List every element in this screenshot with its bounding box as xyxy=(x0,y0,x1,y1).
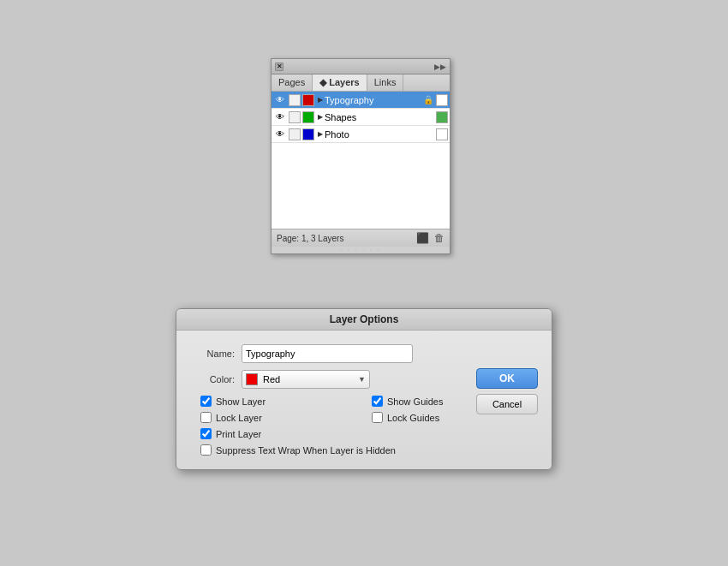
layer-lock-box[interactable] xyxy=(289,111,301,123)
layer-locked-icon xyxy=(422,128,434,140)
layers-tab-icon: ◆ xyxy=(319,77,329,87)
cancel-button[interactable]: Cancel xyxy=(476,394,538,414)
eye-icon[interactable]: 👁 xyxy=(273,93,287,107)
suppress-text-wrap-checkbox[interactable] xyxy=(200,444,212,456)
close-icon[interactable]: ✕ xyxy=(275,63,283,71)
color-select-text: Red xyxy=(263,374,280,384)
layers-list: 👁 ▶ Typography 🔒 👁 ▶ Shapes 👁 ▶ Photo xyxy=(272,92,450,229)
layer-row[interactable]: 👁 ▶ Photo xyxy=(272,126,450,143)
show-guides-checkbox[interactable] xyxy=(372,396,383,407)
layer-expand-arrow[interactable]: ▶ xyxy=(318,130,323,138)
layer-print-checkbox[interactable] xyxy=(436,111,448,123)
layer-print-checkbox[interactable] xyxy=(436,128,448,140)
layer-name: Typography xyxy=(325,95,422,105)
layer-color-swatch xyxy=(302,94,314,106)
dropdown-arrow-icon: ▼ xyxy=(358,375,366,384)
layer-row[interactable]: 👁 ▶ Shapes xyxy=(272,109,450,126)
delete-layer-icon[interactable]: 🗑 xyxy=(434,232,445,244)
color-label: Color: xyxy=(194,374,235,384)
panel-titlebar: ✕ ▶▶ xyxy=(272,59,450,74)
layer-print-checkbox[interactable] xyxy=(436,94,448,106)
show-layer-checkbox-item: Show Layer xyxy=(200,396,372,407)
name-label: Name: xyxy=(194,349,235,359)
lock-layer-checkbox[interactable] xyxy=(200,412,212,423)
dialog-body: Name: Color: Red ▼ OK Cancel Show Layer xyxy=(176,331,552,469)
layers-panel: ✕ ▶▶ Pages ◆ Layers Links 👁 ▶ Typography… xyxy=(271,58,451,254)
eye-icon[interactable]: 👁 xyxy=(273,128,287,141)
name-row: Name: xyxy=(194,344,534,363)
tab-layers[interactable]: ◆ Layers xyxy=(313,74,367,91)
layer-name: Photo xyxy=(325,129,422,140)
ok-button[interactable]: OK xyxy=(476,368,538,389)
layer-locked-icon: 🔒 xyxy=(422,94,434,106)
footer-icons: ⬛ 🗑 xyxy=(416,232,445,244)
panel-tabs: Pages ◆ Layers Links xyxy=(272,74,450,92)
collapse-icon[interactable]: ▶▶ xyxy=(434,63,446,71)
eye-icon[interactable]: 👁 xyxy=(273,110,287,124)
layer-expand-arrow[interactable]: ▶ xyxy=(318,96,323,104)
show-guides-label: Show Guides xyxy=(387,396,443,407)
lock-layer-label: Lock Layer xyxy=(216,413,262,423)
show-layer-checkbox[interactable] xyxy=(200,396,212,407)
layer-row[interactable]: 👁 ▶ Typography 🔒 xyxy=(272,92,450,109)
tab-links[interactable]: Links xyxy=(367,74,404,91)
layer-name: Shapes xyxy=(325,112,422,122)
dialog-buttons: OK Cancel xyxy=(476,368,538,414)
suppress-text-wrap-label: Suppress Text Wrap When Layer is Hidden xyxy=(216,445,396,456)
new-layer-icon[interactable]: ⬛ xyxy=(416,232,429,244)
layer-expand-arrow[interactable]: ▶ xyxy=(318,113,323,121)
lock-guides-checkbox[interactable] xyxy=(372,412,383,423)
layer-lock-box[interactable] xyxy=(289,128,301,140)
panel-footer: Page: 1, 3 Layers ⬛ 🗑 xyxy=(272,229,450,247)
print-layer-checkbox[interactable] xyxy=(200,428,212,439)
print-layer-checkbox-item: Print Layer xyxy=(200,428,372,439)
layer-locked-icon xyxy=(422,111,434,123)
suppress-row: Suppress Text Wrap When Layer is Hidden xyxy=(200,444,534,456)
layer-color-swatch xyxy=(302,128,314,140)
show-layer-label: Show Layer xyxy=(216,396,266,407)
layer-options-dialog: Layer Options Name: Color: Red ▼ OK Canc… xyxy=(176,308,552,470)
color-swatch xyxy=(246,373,258,385)
panel-resize-handle[interactable]: · · · · · · xyxy=(272,247,450,253)
dialog-title: Layer Options xyxy=(176,309,552,331)
footer-page-info: Page: 1, 3 Layers xyxy=(277,234,343,243)
layer-lock-box[interactable] xyxy=(289,94,301,106)
color-select[interactable]: Red ▼ xyxy=(242,370,370,389)
print-layer-label: Print Layer xyxy=(216,429,261,439)
name-input[interactable] xyxy=(242,344,413,363)
lock-guides-label: Lock Guides xyxy=(387,413,439,423)
layer-color-swatch xyxy=(302,111,314,123)
tab-pages[interactable]: Pages xyxy=(272,74,313,91)
lock-layer-checkbox-item: Lock Layer xyxy=(200,412,372,423)
